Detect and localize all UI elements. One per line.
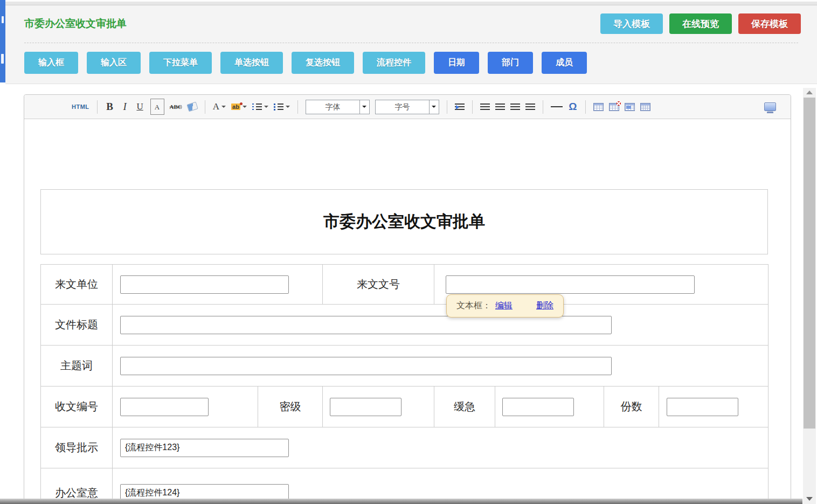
left-page-edge [0, 0, 5, 82]
toolbar-separator [585, 100, 586, 114]
font-family-dropdown-button[interactable] [359, 100, 369, 114]
receipt-number-cell [113, 386, 258, 427]
leader-comments-input[interactable] [120, 439, 289, 457]
table-delete-icon [609, 103, 619, 111]
urgency-input[interactable] [502, 398, 574, 416]
scroll-up-icon[interactable] [806, 91, 813, 94]
ordered-list-icon [252, 103, 262, 111]
input-area-button[interactable]: 输入区 [87, 52, 141, 74]
incoming-number-input[interactable] [446, 275, 695, 294]
radio-button-button[interactable]: 单选按钮 [220, 52, 283, 74]
secrecy-level-cell [323, 386, 434, 427]
font-style-button[interactable]: A [150, 99, 164, 115]
chevron-down-icon [221, 106, 226, 108]
left-edge-artifact [1, 54, 4, 64]
source-code-button[interactable]: HTML [72, 99, 89, 114]
leader-comments-cell [113, 427, 768, 468]
font-family-select[interactable]: 字体 [306, 100, 370, 114]
leader-comments-label: 领导批示 [41, 427, 113, 468]
toolbar-separator [447, 100, 447, 114]
scroll-down-icon[interactable] [806, 497, 813, 501]
date-button[interactable]: 日期 [434, 52, 479, 74]
subject-words-input[interactable] [120, 357, 612, 375]
copies-label: 份数 [604, 386, 659, 427]
window-top-edge [0, 0, 817, 5]
highlight-color-button[interactable]: ab [231, 99, 247, 114]
urgency-label: 缓急 [434, 386, 495, 427]
copies-input[interactable] [667, 398, 738, 416]
highlight-icon: ab [231, 103, 240, 110]
italic-button[interactable]: I [120, 99, 130, 114]
bold-button[interactable]: B [105, 99, 115, 114]
remove-format-button[interactable] [188, 99, 197, 114]
font-size-select[interactable]: 字号 [375, 100, 439, 114]
unordered-list-icon [274, 103, 283, 111]
indent-icon [455, 103, 465, 111]
input-box-button[interactable]: 输入框 [24, 52, 78, 74]
document-title-label: 文件标题 [41, 305, 113, 346]
underline-button[interactable]: U [135, 99, 145, 114]
edit-link[interactable]: 编辑 [495, 300, 513, 312]
department-button[interactable]: 部门 [488, 52, 533, 74]
justify-button[interactable] [525, 99, 535, 114]
subject-words-cell [113, 346, 768, 386]
member-button[interactable]: 成员 [542, 52, 587, 74]
scroll-thumb[interactable] [804, 98, 815, 429]
insert-table-button[interactable] [593, 99, 604, 114]
secrecy-level-input[interactable] [330, 398, 401, 416]
align-right-icon [510, 103, 520, 111]
font-color-button[interactable]: A [213, 99, 226, 114]
align-center-button[interactable] [495, 99, 505, 114]
checkbox-button[interactable]: 复选按钮 [292, 52, 354, 74]
tooltip-label: 文本框： [456, 300, 491, 312]
toolbar-separator [205, 100, 205, 114]
header-actions: 导入模板 在线预览 保存模板 [600, 13, 801, 34]
strikethrough-button[interactable]: ABC [170, 99, 182, 114]
scrollbar[interactable] [803, 88, 816, 504]
table-grid-icon [640, 103, 650, 111]
delete-table-button[interactable] [609, 99, 619, 114]
dropdown-menu-button[interactable]: 下拉菜单 [149, 52, 212, 74]
control-tooltip: 文本框： 编辑 删除 [446, 294, 564, 317]
import-template-button[interactable]: 导入模板 [600, 13, 663, 34]
table-props-button[interactable] [640, 99, 650, 114]
document-title-cell [113, 305, 768, 346]
form-control-toolbox: 输入框 输入区 下拉菜单 单选按钮 复选按钮 流程控件 日期 部门 成员 [24, 52, 587, 74]
delete-link[interactable]: 删除 [536, 300, 553, 312]
unordered-list-button[interactable] [274, 99, 290, 114]
table-insert-icon [593, 103, 604, 111]
urgency-cell [495, 386, 604, 427]
fullscreen-button[interactable] [764, 99, 777, 114]
document-title-input[interactable] [120, 316, 612, 334]
font-family-value: 字体 [306, 100, 359, 114]
editor-canvas[interactable]: 市委办公室收文审批单 来文单位 来文文号 [24, 119, 791, 504]
table-row: 收文编号 密级 缓急 份数 [41, 386, 768, 427]
align-right-button[interactable] [510, 99, 520, 114]
cell-fill-icon [626, 106, 631, 109]
justify-icon [525, 103, 535, 111]
form-title-box: 市委办公室收文审批单 [40, 189, 768, 254]
chevron-down-icon [243, 106, 247, 108]
align-left-button[interactable] [480, 99, 490, 114]
special-char-button[interactable]: Ω [568, 99, 578, 114]
rich-text-editor: HTML B I U A ABC A ab 字体 字号 Ω [24, 94, 791, 504]
table-row: 领导批示 [41, 427, 768, 468]
incoming-unit-input[interactable] [120, 275, 289, 294]
ordered-list-button[interactable] [252, 99, 268, 114]
eraser-icon [186, 102, 198, 112]
toolbar-separator [97, 100, 98, 114]
indent-button[interactable] [455, 99, 465, 114]
subject-words-label: 主题词 [41, 346, 113, 386]
horizontal-rule-button[interactable] [551, 99, 563, 114]
font-size-dropdown-button[interactable] [429, 100, 439, 114]
toolbar-separator [297, 100, 298, 114]
receipt-number-input[interactable] [120, 398, 209, 416]
incoming-unit-label: 来文单位 [41, 265, 113, 305]
online-preview-button[interactable]: 在线预览 [669, 13, 732, 34]
font-color-icon: A [213, 101, 219, 112]
app-window: 市委办公室收文审批单 导入模板 在线预览 保存模板 输入框 输入区 下拉菜单 单… [0, 0, 817, 504]
table-cell-props-button[interactable] [625, 99, 635, 114]
flow-control-button[interactable]: 流程控件 [363, 52, 425, 74]
chevron-down-icon [362, 106, 366, 108]
save-template-button[interactable]: 保存模板 [738, 13, 801, 34]
